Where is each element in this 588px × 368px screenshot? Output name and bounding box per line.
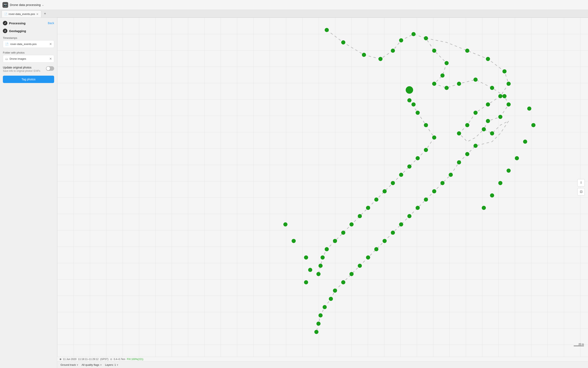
sidebar: ✓ Processing Back 2 Geotagging Timestamp… [0,18,57,368]
ground-track-button[interactable]: Ground track ∨ [61,363,78,366]
check-icon: ✓ [4,22,6,25]
tab-rover[interactable]: 📄 rover-data_events.pos ✕ [2,10,41,17]
svg-point-61 [391,231,395,235]
svg-point-84 [304,255,308,259]
cursor-tool-button[interactable]: I [577,179,585,186]
svg-point-4 [391,49,395,53]
svg-point-33 [424,123,428,127]
folder-label: Folder with photos [3,51,54,54]
svg-point-20 [482,127,486,131]
svg-point-67 [341,280,345,284]
svg-point-5 [399,38,403,42]
svg-point-24 [502,69,507,74]
folder-remove-button[interactable]: ✕ [49,57,52,61]
status-distance: 0.4–0.7km [114,358,125,361]
status-bar: 11 Jun 2020 11:18:11–11:29:12 (GPST) ⊙ 0… [57,357,588,361]
timestamps-section: Timestamps 📄 rover-data_events.pos ✕ [3,37,54,48]
scale-label: 20 m [579,343,584,346]
step2-number: 2 [4,30,6,32]
tab-bar: 📄 rover-data_events.pos ✕ + [0,10,588,18]
quality-flags-chevron: ∨ [100,364,102,366]
toggle-label-group: Update original photos Save info to orig… [3,66,40,72]
tab-add-button[interactable]: + [42,11,48,17]
step2-circle: 2 [3,29,7,33]
svg-point-15 [490,86,494,90]
svg-point-14 [473,77,477,82]
svg-point-57 [424,197,428,202]
fix-label: FIX:100%(221) [127,358,143,361]
gps-track-svg [57,18,588,357]
update-photos-toggle[interactable] [46,66,54,71]
svg-point-63 [374,247,378,251]
svg-point-1 [341,40,345,44]
svg-point-66 [350,272,354,276]
svg-point-47 [325,247,329,251]
svg-point-53 [457,160,461,164]
svg-point-39 [391,181,395,185]
svg-point-0 [325,28,329,32]
svg-point-38 [399,173,403,177]
folder-icon: 🗂 [5,57,8,61]
svg-point-11 [432,82,436,86]
all-quality-flags-button[interactable]: All quality flags ∨ [81,363,102,366]
box-icon: ⊡ [580,190,582,193]
status-date: 11 Jun 2020 [63,358,76,361]
svg-point-40 [383,189,387,193]
svg-point-30 [457,131,461,135]
app-title-text: Drone data processing [10,3,41,7]
svg-point-7 [424,36,428,40]
chevron-down-icon[interactable]: ⌄ [42,3,44,6]
svg-point-37 [407,164,411,168]
toggle-knob [46,67,50,70]
tag-photos-button[interactable]: Tag photos [3,76,54,83]
svg-point-60 [399,222,403,226]
folder-section: Folder with photos 🗂 Drone images ✕ [3,51,54,63]
tab-close-button[interactable]: ✕ [36,12,39,16]
svg-point-77 [515,156,519,160]
svg-point-22 [465,49,469,53]
svg-point-36 [416,156,420,160]
svg-point-25 [507,82,511,86]
scale-bar: 20 m [574,343,584,346]
svg-point-72 [316,322,321,326]
svg-point-27 [486,102,490,107]
layers-label: Layers: 1 [105,363,116,366]
svg-point-62 [383,239,387,243]
svg-point-79 [498,181,502,185]
geotagging-step: 2 Geotagging [3,29,54,33]
svg-point-21 [490,131,494,135]
svg-point-82 [283,222,287,226]
svg-point-68 [333,288,337,293]
back-button[interactable]: Back [48,21,54,25]
svg-point-3 [378,57,383,61]
main-content: ✓ Processing Back 2 Geotagging Timestamp… [0,18,588,368]
svg-point-65 [358,264,362,268]
svg-point-41 [374,197,378,202]
right-toolbar: I ⊡ [577,179,585,195]
svg-point-69 [329,297,333,301]
folder-name: Drone images [9,57,48,60]
svg-point-9 [445,61,449,65]
svg-point-29 [465,123,469,127]
update-photos-toggle-row: Update original photos Save info to orig… [3,66,54,72]
toggle-label: Update original photos [3,66,40,69]
map-canvas[interactable]: I ⊡ 20 m [57,18,588,357]
svg-point-78 [507,168,511,173]
svg-point-51 [473,144,477,148]
layers-button[interactable]: Layers: 1 ∨ [105,363,118,366]
svg-point-59 [407,214,411,218]
svg-point-80 [490,193,494,197]
svg-point-2 [362,53,366,57]
toggle-sublabel: Save info to original photos' EXIFs [3,70,40,72]
svg-point-52 [465,152,469,156]
svg-point-45 [341,231,345,235]
svg-point-58 [416,206,420,210]
svg-point-83 [292,239,296,243]
svg-point-64 [366,255,370,259]
box-tool-button[interactable]: ⊡ [577,188,585,195]
status-dot [60,359,61,360]
svg-point-35 [424,148,428,152]
svg-point-10 [440,74,445,77]
timestamps-remove-button[interactable]: ✕ [49,42,52,46]
svg-point-46 [333,239,337,243]
